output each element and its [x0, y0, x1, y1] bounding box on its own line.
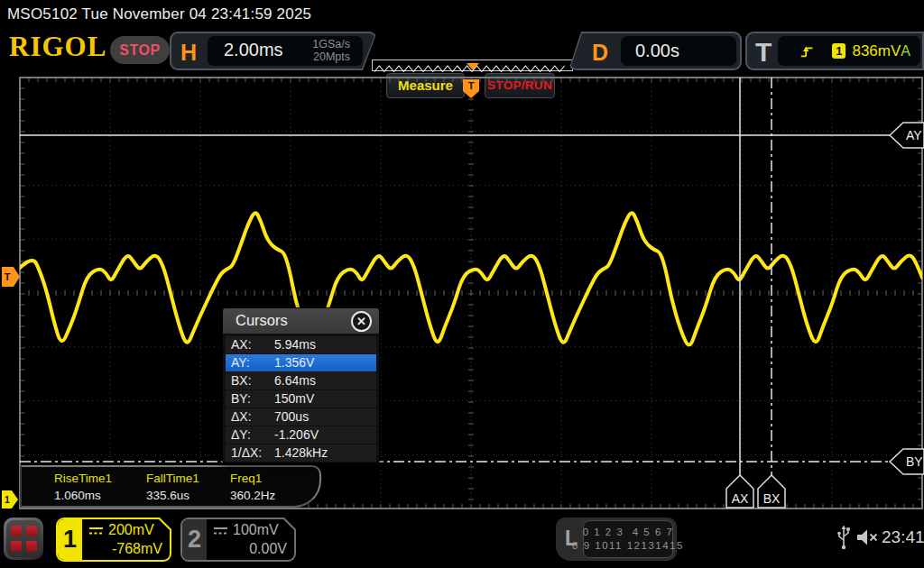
- header-bar: RIGOL STOP H 2.00ms 1GSa/s 20Mpts Measur…: [0, 27, 924, 72]
- trigger-source-badge: 1: [832, 43, 845, 59]
- measurements-panel[interactable]: RiseTime1 1.060msFallTime1 335.6usFreq1 …: [20, 465, 321, 508]
- measurement-label: FallTime1: [146, 472, 199, 485]
- horizontal-valuebox: 2.00ms 1GSa/s 20Mpts: [208, 36, 363, 66]
- bottom-status-bar: 1 200mV -768mV 2 100mV 0.00V L 0 1 2 3 4…: [0, 510, 924, 568]
- trigger-label: T: [755, 37, 772, 68]
- cursor-row-label: BX:: [231, 372, 252, 389]
- channel2-box[interactable]: 2 100mV 0.00V: [180, 518, 296, 562]
- svg-text:AY: AY: [906, 128, 922, 142]
- logic-channels-box[interactable]: L 0 1 2 3 4 5 6 7 8 9 1011 12131415: [556, 518, 677, 561]
- trigger-level-marker[interactable]: T: [2, 267, 20, 287]
- cursors-readout-list: AX: 5.94msAY: 1.356VBX: 6.64msBY: 150mVΔ…: [223, 334, 379, 465]
- cursor-row-value: 6.64ms: [274, 372, 316, 389]
- cursor-readout-row-x[interactable]: ΔX: 700us: [226, 408, 376, 426]
- usb-icon: [836, 524, 852, 551]
- cursor-row-label: BY:: [231, 390, 251, 408]
- cursor-readout-row-bx[interactable]: BX: 6.64ms: [226, 372, 376, 389]
- rising-edge-icon: [799, 43, 814, 60]
- cursor-readout-row-y[interactable]: ΔY: -1.206V: [226, 426, 376, 444]
- measurement-item: Freq1 360.2Hz: [230, 472, 275, 502]
- graticule-border: [20, 78, 922, 508]
- dc-coupling-icon: [88, 526, 104, 536]
- svg-text:BY: BY: [906, 454, 923, 469]
- cursor-row-value: 1.428kHz: [274, 444, 328, 462]
- horizontal-label: H: [180, 40, 197, 66]
- delay-valuebox: 0.00s: [621, 36, 736, 66]
- measurement-label: Freq1: [230, 472, 275, 485]
- cursors-dialog-title: Cursors: [236, 312, 288, 329]
- cursor-ax-tag[interactable]: AX: [726, 475, 753, 508]
- logic-row-0-7: 0 1 2 3 4 5 6 7: [583, 526, 674, 539]
- close-icon[interactable]: ✕: [351, 311, 372, 332]
- cursor-row-label: ΔY:: [231, 426, 251, 444]
- stop-run-button[interactable]: STOP/RUN: [485, 73, 555, 98]
- channel1-offset: -768mV: [112, 541, 162, 557]
- cursor-readout-row-ay[interactable]: AY: 1.356V: [226, 354, 376, 371]
- measurement-value: 1.060ms: [54, 489, 112, 502]
- cursor-row-value: -1.206V: [274, 426, 319, 444]
- trigger-valuebox: 1 836mV A: [778, 36, 920, 66]
- svg-text:BX: BX: [763, 491, 781, 506]
- menu-grid-icon: [6, 520, 41, 557]
- samplerate-memdepth: 1GSa/s 20Mpts: [312, 38, 350, 63]
- titlebar-model-datetime: MSO5102 Tue November 04 23:41:59 2025: [7, 5, 311, 23]
- cursors-dialog[interactable]: Cursors ✕ AX: 5.94msAY: 1.356VBX: 6.64ms…: [222, 307, 380, 463]
- waveform-trace-ch1: [20, 213, 922, 344]
- rigol-logo: RIGOL: [9, 31, 106, 63]
- cursor-readout-row-ax[interactable]: AX: 5.94ms: [226, 336, 376, 353]
- delay-value: 0.00s: [635, 41, 679, 61]
- cursor-row-value: 150mV: [274, 390, 314, 408]
- cursor-row-label: AX:: [231, 336, 252, 353]
- channel2-offset: 0.00V: [249, 541, 287, 557]
- graticule: [20, 78, 922, 508]
- svg-text:T: T: [5, 271, 11, 282]
- run-state-badge[interactable]: STOP: [110, 36, 170, 64]
- horizontal-panel[interactable]: H 2.00ms 1GSa/s 20Mpts: [170, 32, 377, 70]
- cursor-bx-tag[interactable]: BX: [758, 475, 785, 508]
- timebase-scale: 2.00ms: [224, 40, 283, 60]
- sample-rate: 1GSa/s: [312, 38, 350, 50]
- waveform-preview-icon: [373, 63, 572, 73]
- graticule-ticks: [20, 78, 922, 508]
- cursor-row-value: 700us: [274, 408, 309, 426]
- svg-text:1: 1: [5, 494, 10, 505]
- measurement-value: 335.6us: [146, 489, 199, 502]
- measurement-value: 360.2Hz: [230, 489, 275, 502]
- cursor-row-value: 5.94ms: [274, 336, 316, 353]
- trigger-mode-auto: A: [901, 43, 910, 60]
- channel2-number: 2: [182, 519, 207, 560]
- waveform-position-bar[interactable]: [372, 60, 573, 71]
- logic-row-8-15: 8 9 1011 12131415: [572, 539, 684, 553]
- svg-text:AX: AX: [732, 491, 749, 506]
- trigger-position-marker[interactable]: T: [463, 79, 479, 98]
- delay-label: D: [592, 40, 608, 66]
- logic-channel-numbers: 0 1 2 3 4 5 6 7 8 9 1011 12131415: [583, 520, 673, 558]
- delay-panel[interactable]: D 0.00s: [568, 32, 742, 70]
- channel2-scale: 100mV: [233, 522, 279, 538]
- measure-button[interactable]: Measure: [386, 73, 465, 98]
- measurement-label: RiseTime1: [54, 472, 112, 485]
- clock-time: 23:41: [882, 527, 924, 547]
- cursor-ay-tag[interactable]: AY: [890, 123, 924, 148]
- trigger-level-value: 836mV: [852, 42, 901, 60]
- channel1-scale: 200mV: [108, 522, 154, 538]
- channel1-box[interactable]: 1 200mV -768mV: [56, 518, 171, 562]
- memory-depth: 20Mpts: [312, 50, 350, 63]
- speaker-muted-icon: [855, 528, 879, 546]
- dc-coupling-icon: [213, 526, 228, 536]
- cursor-by-tag[interactable]: BY: [890, 449, 924, 474]
- cursor-readout-row-by[interactable]: BY: 150mV: [226, 390, 376, 408]
- channel1-zero-marker[interactable]: 1: [2, 490, 18, 508]
- cursor-readout-row-1x[interactable]: 1/ΔX: 1.428kHz: [226, 444, 376, 462]
- cursor-row-label: 1/ΔX:: [231, 444, 262, 462]
- cursor-row-label: ΔX:: [231, 408, 252, 426]
- menu-grid-button[interactable]: [4, 518, 43, 560]
- trigger-panel[interactable]: T 1 836mV A: [745, 32, 924, 70]
- cursor-row-value: 1.356V: [274, 354, 314, 371]
- channel1-number: 1: [58, 519, 82, 560]
- cursors-dialog-titlebar[interactable]: Cursors ✕: [223, 308, 379, 334]
- measurement-item: RiseTime1 1.060ms: [54, 472, 112, 502]
- cursor-row-label: AY:: [231, 354, 250, 371]
- svg-text:T: T: [468, 80, 475, 91]
- measurement-item: FallTime1 335.6us: [146, 472, 199, 502]
